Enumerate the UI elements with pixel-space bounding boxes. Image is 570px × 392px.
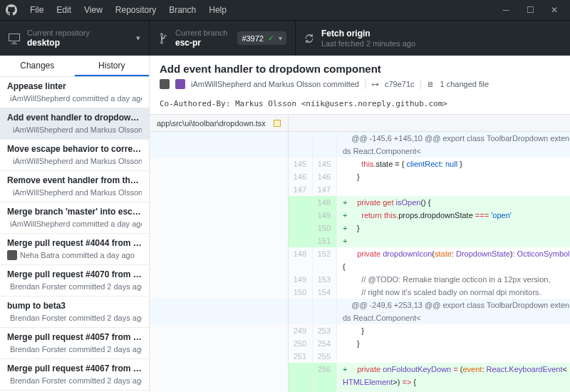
commit-item-sub: Brendan Forster committed 2 days ago bbox=[7, 344, 142, 354]
diff-line: 251255 bbox=[150, 350, 570, 363]
chevron-down-icon: ▾ bbox=[136, 33, 140, 43]
diff-line: 151+ bbox=[150, 234, 570, 247]
diff-line: 149153 // @TODO: Remake triangle octicon… bbox=[150, 273, 570, 286]
menu-help[interactable]: Help bbox=[203, 2, 232, 18]
commit-item[interactable]: Add event handler to dropdown compon…iAm… bbox=[0, 108, 149, 140]
titlebar: FileEditViewRepositoryBranchHelp ─ ☐ ✕ bbox=[0, 0, 570, 20]
close-icon[interactable]: ✕ bbox=[549, 5, 560, 15]
app-toolbar: Current repository desktop ▾ Current bra… bbox=[0, 20, 570, 56]
diff-line: 147147 bbox=[150, 183, 570, 196]
commit-sha: c79e71c bbox=[385, 80, 415, 88]
diff-line: 150+ } bbox=[150, 222, 570, 234]
commit-item-sub: Brendan Forster committed 2 days ago bbox=[7, 313, 142, 323]
file-path[interactable]: app\src\ui\toolbar\dropdown.tsx bbox=[150, 115, 289, 131]
tab-history[interactable]: History bbox=[75, 56, 150, 76]
app-body: Changes History Appease linteriAmWillShe… bbox=[0, 56, 570, 392]
commit-item-title: Remove event handler from the branches… bbox=[7, 175, 142, 185]
diff-line: 145145 this.state = { clientRect: null } bbox=[150, 158, 570, 170]
git-commit-icon: ⊶ bbox=[371, 80, 379, 89]
commit-item[interactable]: Merge pull request #4044 from desktop/…N… bbox=[0, 234, 149, 265]
co-author-line: Co-Authored-By: Markus Olsson <niik@user… bbox=[150, 93, 570, 115]
sidebar: Changes History Appease linteriAmWillShe… bbox=[0, 56, 150, 392]
maximize-icon[interactable]: ☐ bbox=[524, 5, 536, 15]
commit-item-sub: Brendan Forster committed 2 days ago bbox=[7, 282, 142, 292]
chevron-down-icon: ▾ bbox=[279, 34, 282, 42]
repo-label: Current repository bbox=[27, 29, 90, 38]
branch-label: Current branch bbox=[175, 29, 227, 38]
commit-authors: iAmWillShepherd and Markus Olsson commit… bbox=[191, 80, 359, 88]
commit-item-sub: iAmWillShepherd committed a day ago bbox=[7, 219, 142, 229]
commit-item-title: bump to beta3 bbox=[7, 301, 142, 311]
fetch-label: Fetch origin bbox=[321, 29, 415, 39]
avatar-icon bbox=[175, 79, 185, 89]
desktop-icon bbox=[9, 33, 20, 44]
branch-value: esc-pr bbox=[175, 38, 227, 48]
diff-line: 146146 } bbox=[150, 170, 570, 183]
diff-line: 250254 } bbox=[150, 337, 570, 350]
commit-item[interactable]: Merge pull request #4057 from desktop/…B… bbox=[0, 328, 149, 359]
commit-item-sub: iAmWillShepherd and Markus Olsson co… bbox=[7, 187, 142, 197]
diff-line: 257+ if (!event.defaultPrevented && this… bbox=[150, 388, 570, 392]
commit-item-title: Add event handler to dropdown compon… bbox=[7, 113, 142, 123]
avatar-icon bbox=[7, 250, 17, 260]
commit-header: Add event handler to dropdown component … bbox=[150, 56, 570, 93]
pr-number: #3972 bbox=[242, 34, 264, 43]
app-menu: FileEditViewRepositoryBranchHelp bbox=[24, 2, 232, 18]
commit-item-title: Move escape behavior to correct compo… bbox=[7, 144, 142, 154]
menu-repository[interactable]: Repository bbox=[110, 2, 162, 18]
diff-line: 148+ private get isOpen() { bbox=[150, 196, 570, 209]
commit-item[interactable]: Remove event handler from the branches…i… bbox=[0, 171, 149, 202]
commit-item-sub: Brendan Forster committed 2 days ago bbox=[7, 376, 142, 386]
commit-item[interactable]: Appease linteriAmWillShepherd committed … bbox=[0, 77, 149, 108]
tab-changes[interactable]: Changes bbox=[0, 56, 75, 76]
commit-item-sub: Neha Batra committed a day ago bbox=[7, 250, 142, 260]
avatar-icon bbox=[160, 79, 170, 89]
changed-count: 1 changed file bbox=[440, 80, 489, 88]
diff-line: 249253 } bbox=[150, 324, 570, 337]
commit-item-title: Merge pull request #4044 from desktop/… bbox=[7, 238, 142, 248]
sync-icon bbox=[304, 33, 314, 44]
menu-view[interactable]: View bbox=[78, 2, 108, 18]
commit-item[interactable]: Merge branch 'master' into esc-priAmWill… bbox=[0, 202, 149, 234]
file-bar: app\src\ui\toolbar\dropdown.tsx bbox=[150, 115, 570, 132]
menu-file[interactable]: File bbox=[24, 2, 49, 18]
commit-item-title: Merge pull request #4070 from desktop/… bbox=[7, 269, 142, 279]
repo-selector[interactable]: Current repository desktop ▾ bbox=[0, 21, 150, 56]
commit-item[interactable]: Merge pull request #4067 from desktop/…B… bbox=[0, 359, 149, 391]
pr-badge[interactable]: #3972 ✓ ▾ bbox=[237, 31, 286, 45]
commit-title: Add event handler to dropdown component bbox=[160, 63, 560, 75]
commit-item-title: Merge pull request #4057 from desktop/… bbox=[7, 332, 142, 342]
diff-icon: 🗎 bbox=[427, 80, 435, 88]
diff-line: @@ -249,6 +253,13 @@ export class Toolba… bbox=[150, 299, 570, 324]
diff-line: 148152 private dropdownIcon(state: Dropd… bbox=[150, 247, 570, 273]
branch-selector[interactable]: Current branch esc-pr #3972 ✓ ▾ bbox=[150, 21, 296, 56]
commit-item-sub: iAmWillShepherd committed a day ago bbox=[7, 93, 142, 103]
commit-item-title: Merge pull request #4067 from desktop/… bbox=[7, 363, 142, 373]
diff-line: 256+ private onFoldoutKeyDown = (event: … bbox=[150, 363, 570, 388]
commit-detail: Add event handler to dropdown component … bbox=[150, 56, 570, 392]
repo-value: desktop bbox=[27, 38, 90, 48]
diff-line: 150154 // right now it's scaled badly on… bbox=[150, 286, 570, 299]
commit-item[interactable]: Merge pull request #4070 from desktop/…B… bbox=[0, 265, 149, 296]
commit-item-sub: iAmWillShepherd and Markus Olsson co… bbox=[7, 125, 142, 135]
check-icon: ✓ bbox=[268, 33, 274, 43]
commit-item[interactable]: Move escape behavior to correct compo…iA… bbox=[0, 140, 149, 171]
fetch-button[interactable]: Fetch origin Last fetched 2 minutes ago bbox=[296, 21, 424, 56]
window-controls: ─ ☐ ✕ bbox=[500, 5, 564, 15]
diff-view[interactable]: @@ -145,6 +145,10 @@ export class Toolba… bbox=[150, 132, 570, 392]
commit-item-title: Merge branch 'master' into esc-pr bbox=[7, 207, 142, 217]
commit-item-sub: iAmWillShepherd and Markus Olsson co… bbox=[7, 156, 142, 166]
diff-line: @@ -145,6 +145,10 @@ export class Toolba… bbox=[150, 132, 570, 158]
sidebar-tabs: Changes History bbox=[0, 56, 149, 77]
menu-branch[interactable]: Branch bbox=[163, 2, 202, 18]
menu-edit[interactable]: Edit bbox=[51, 2, 77, 18]
commit-item-title: Appease linter bbox=[7, 81, 142, 91]
commit-item[interactable]: bump to beta3Brendan Forster committed 2… bbox=[0, 296, 149, 328]
minimize-icon[interactable]: ─ bbox=[500, 5, 512, 15]
fetch-sub: Last fetched 2 minutes ago bbox=[321, 39, 415, 48]
git-branch-icon bbox=[158, 33, 168, 44]
modified-indicator-icon bbox=[274, 120, 281, 127]
diff-line: 149+ return this.props.dropdownState ===… bbox=[150, 209, 570, 222]
commit-list[interactable]: Appease linteriAmWillShepherd committed … bbox=[0, 77, 149, 392]
github-logo-icon bbox=[6, 4, 17, 16]
